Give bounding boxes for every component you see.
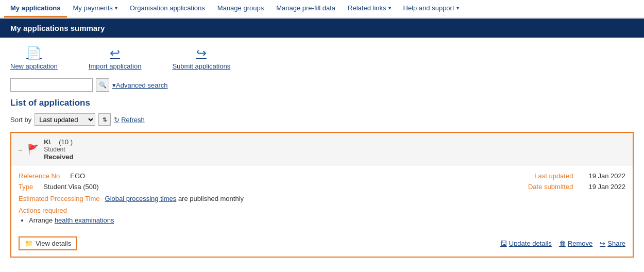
application-card: – 🚩 K\ (10 ) Student Received Reference … <box>10 132 634 258</box>
search-button[interactable]: 🔍 <box>96 78 109 92</box>
app-ref-header: (10 ) <box>59 138 73 146</box>
nav-item-manage-prefill-data[interactable]: Manage pre-fill data <box>270 0 342 18</box>
chevron-down-icon: ▾ <box>115 5 117 11</box>
remove-link[interactable]: 🗑 Remove <box>559 240 592 247</box>
action-item: Arrange health examinations <box>29 216 625 224</box>
app-card-header: – 🚩 K\ (10 ) Student Received <box>11 133 633 166</box>
app-name: K\ <box>44 138 50 146</box>
health-examinations-link[interactable]: health examinations <box>55 216 114 224</box>
action-buttons-row: 📄 New application ↩ Import application ↪… <box>10 46 634 70</box>
actions-required-label: Actions required <box>19 207 625 214</box>
type-value: Student Visa (500) <box>43 183 98 191</box>
new-application-label: New application <box>10 62 58 70</box>
last-updated-value: 19 Jan 2022 <box>583 172 625 180</box>
sort-select[interactable]: Last updated Reference No Date submitted <box>35 113 95 126</box>
search-input[interactable] <box>10 78 93 92</box>
refresh-icon: ↻ <box>114 116 120 124</box>
nav-bar: My applications My payments ▾ Organisati… <box>0 0 644 19</box>
refresh-link[interactable]: ↻ Refresh <box>114 116 145 124</box>
card-footer: 📁 View details 🖫 Update details 🗑 Remove… <box>11 236 633 257</box>
type-label: Type <box>19 183 33 191</box>
nav-item-help-and-support[interactable]: Help and support ▾ <box>397 0 465 18</box>
submit-applications-label: Submit applications <box>172 62 230 70</box>
list-heading: List of applications <box>10 98 634 108</box>
status-value: Received <box>44 153 625 161</box>
remove-icon: 🗑 <box>559 240 566 247</box>
processing-row: Estimated Processing Time Global process… <box>19 195 625 202</box>
actions-required-row: Actions required Arrange health examinat… <box>19 207 625 224</box>
sort-order-icon: ⇅ <box>103 116 107 123</box>
import-application-icon: ↩ <box>110 46 120 60</box>
sort-by-label: Sort by <box>10 116 31 124</box>
date-submitted-value: 19 Jan 2022 <box>583 183 625 191</box>
search-icon: 🔍 <box>99 81 107 89</box>
reference-label: Reference No <box>19 172 60 180</box>
submit-applications-icon: ↪ <box>196 46 207 60</box>
processing-label: Estimated Processing Time <box>19 195 100 202</box>
advanced-search-link[interactable]: ▾Advanced search <box>112 81 167 89</box>
nav-item-my-applications[interactable]: My applications <box>4 0 67 18</box>
import-application-button[interactable]: ↩ Import application <box>89 46 142 70</box>
view-details-button[interactable]: 📁 View details <box>19 236 77 250</box>
import-application-label: Import application <box>89 62 142 70</box>
search-row: 🔍 ▾Advanced search <box>10 78 634 92</box>
new-application-icon: 📄 <box>26 46 42 60</box>
main-content: 📄 New application ↩ Import application ↪… <box>0 38 644 271</box>
folder-icon: 📁 <box>25 240 33 247</box>
share-link[interactable]: ↪ Share <box>600 240 625 247</box>
reference-value: EGO <box>70 172 85 180</box>
page-title: My applications summary <box>10 24 105 32</box>
date-submitted-label: Date submitted <box>528 183 573 191</box>
nav-item-my-payments[interactable]: My payments ▾ <box>67 0 124 18</box>
sort-order-button[interactable]: ⇅ <box>98 113 111 126</box>
update-details-link[interactable]: 🖫 Update details <box>500 240 552 247</box>
status-label: Student <box>44 146 625 153</box>
nav-item-manage-groups[interactable]: Manage groups <box>211 0 270 18</box>
page-header: My applications summary <box>0 19 644 38</box>
chevron-down-icon: ▾ <box>388 5 391 11</box>
collapse-button[interactable]: – <box>19 146 22 154</box>
new-application-button[interactable]: 📄 New application <box>10 46 58 70</box>
last-updated-label: Last updated <box>534 172 573 180</box>
nav-item-related-links[interactable]: Related links ▾ <box>342 0 397 18</box>
right-actions: 🖫 Update details 🗑 Remove ↪ Share <box>500 240 625 247</box>
processing-link[interactable]: Global processing times <box>105 195 177 202</box>
app-details: Reference No EGO Last updated 19 Jan 202… <box>11 166 633 236</box>
flag-icon: 🚩 <box>27 144 39 155</box>
share-icon: ↪ <box>600 240 605 247</box>
processing-text: Global processing times are published mo… <box>105 195 244 202</box>
chevron-down-icon: ▾ <box>456 5 459 11</box>
sort-row: Sort by Last updated Reference No Date s… <box>10 113 634 126</box>
nav-item-organisation-applications[interactable]: Organisation applications <box>124 0 211 18</box>
update-icon: 🖫 <box>500 240 507 247</box>
submit-applications-button[interactable]: ↪ Submit applications <box>172 46 230 70</box>
